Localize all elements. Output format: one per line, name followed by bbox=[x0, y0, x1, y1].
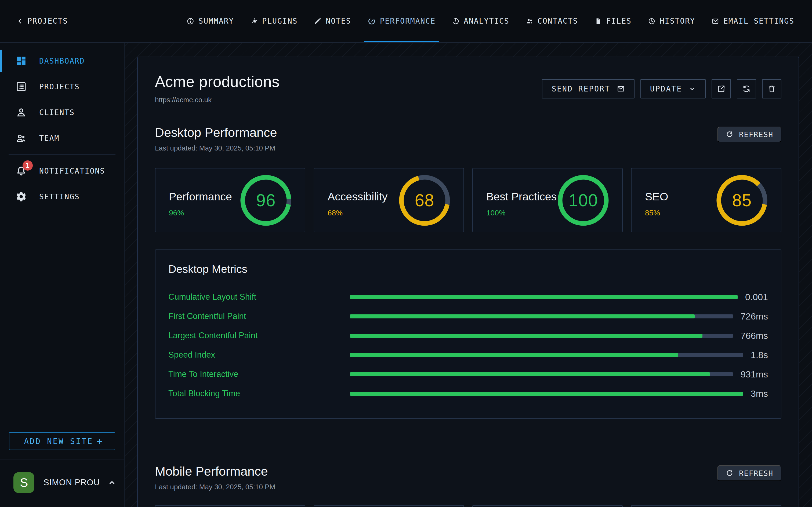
gear-icon bbox=[15, 191, 28, 202]
update-button[interactable]: UPDATE bbox=[641, 79, 706, 99]
main-panel: Acme productions https://acme.co.uk SEND… bbox=[137, 57, 799, 507]
gauge-title: Best Practices bbox=[486, 190, 557, 203]
add-new-site-label: ADD NEW SITE bbox=[21, 437, 96, 446]
mobile-last-updated: Last updated: May 30, 2025, 05:10 PM bbox=[155, 483, 275, 491]
metric-row: Time To Interactive 931ms bbox=[168, 364, 768, 384]
sidebar-item-label: DASHBOARD bbox=[39, 57, 85, 65]
gauge-percent: 85% bbox=[645, 209, 660, 217]
metric-bar: 766ms bbox=[350, 331, 768, 341]
add-new-site-button[interactable]: ADD NEW SITE + bbox=[9, 433, 115, 450]
clock-icon bbox=[648, 17, 655, 25]
tab-email-settings[interactable]: EMAIL SETTINGS bbox=[712, 0, 794, 42]
page-title: Acme productions bbox=[155, 73, 280, 91]
tab-label: SUMMARY bbox=[198, 17, 234, 25]
gauge-icon bbox=[368, 17, 376, 25]
chevron-up-icon bbox=[108, 478, 116, 487]
sidebar-item-settings[interactable]: SETTINGS bbox=[0, 184, 124, 210]
desktop-metrics-panel: Desktop Metrics Cumulative Layout Shift … bbox=[155, 249, 781, 419]
site-title-block: Acme productions https://acme.co.uk bbox=[155, 73, 280, 104]
sidebar-bottom-divider bbox=[0, 459, 124, 460]
site-header: Acme productions https://acme.co.uk SEND… bbox=[155, 73, 781, 104]
gauge-percent: 68% bbox=[327, 209, 343, 217]
sidebar-item-label: PROJECTS bbox=[39, 82, 80, 91]
site-actions: SEND REPORT UPDATE bbox=[542, 79, 781, 99]
gauge-percent: 96% bbox=[169, 209, 184, 217]
tab-history[interactable]: HISTORY bbox=[648, 0, 695, 42]
gauge-card-best-practices: Best Practices 100% 100 bbox=[472, 168, 623, 232]
mobile-refresh-button[interactable]: REFRESH bbox=[717, 465, 781, 481]
metric-value: 726ms bbox=[741, 311, 768, 322]
gauge-title: Performance bbox=[169, 190, 232, 203]
tab-label: ANALYTICS bbox=[464, 17, 509, 25]
envelope-icon bbox=[617, 85, 625, 93]
metric-bar: 3ms bbox=[350, 388, 768, 399]
projects-icon bbox=[15, 81, 28, 92]
send-report-button[interactable]: SEND REPORT bbox=[542, 79, 634, 99]
sidebar-item-label: CLIENTS bbox=[39, 108, 74, 117]
sidebar-item-dashboard[interactable]: DASHBOARD bbox=[0, 48, 124, 74]
trash-icon bbox=[767, 84, 776, 93]
tab-contacts[interactable]: CONTACTS bbox=[526, 0, 578, 42]
tab-label: PERFORMANCE bbox=[380, 17, 436, 25]
metric-row: Speed Index 1.8s bbox=[168, 345, 768, 364]
gauge-card-seo: SEO 85% 85 bbox=[631, 168, 781, 232]
sidebar-item-notifications[interactable]: 1 NOTIFICATIONS bbox=[0, 158, 124, 184]
gauge-percent: 100% bbox=[486, 209, 506, 217]
mobile-gauge-card bbox=[631, 505, 781, 507]
refresh-icon bbox=[725, 469, 733, 477]
tab-plugins[interactable]: PLUGINS bbox=[250, 0, 298, 42]
gauge-score: 96 bbox=[240, 175, 291, 226]
metric-label: Total Blocking Time bbox=[168, 389, 350, 398]
sidebar-item-clients[interactable]: CLIENTS bbox=[0, 100, 124, 125]
mobile-gauge-card bbox=[314, 505, 464, 507]
mobile-performance-header: Mobile Performance Last updated: May 30,… bbox=[155, 464, 781, 491]
metric-value: 0.001 bbox=[745, 292, 768, 302]
info-icon bbox=[187, 17, 194, 25]
metric-row: Largest Contentful Paint 766ms bbox=[168, 326, 768, 345]
sidebar-item-label: NOTIFICATIONS bbox=[39, 167, 105, 175]
tab-files[interactable]: FILES bbox=[595, 0, 631, 42]
metric-row: First Contentful Paint 726ms bbox=[168, 306, 768, 326]
metric-value: 3ms bbox=[751, 388, 768, 399]
metric-bar: 1.8s bbox=[350, 350, 768, 360]
metric-value: 766ms bbox=[741, 331, 768, 341]
tab-notes[interactable]: NOTES bbox=[314, 0, 351, 42]
tab-summary[interactable]: SUMMARY bbox=[187, 0, 234, 42]
refresh-icon bbox=[725, 130, 733, 138]
metric-value: 1.8s bbox=[751, 350, 768, 360]
tab-analytics[interactable]: ANALYTICS bbox=[452, 0, 509, 42]
desktop-performance-title-block: Desktop Performance Last updated: May 30… bbox=[155, 125, 277, 152]
file-icon bbox=[595, 17, 602, 25]
back-label: PROJECTS bbox=[28, 17, 68, 25]
mobile-gauge-card bbox=[155, 505, 305, 507]
tab-label: FILES bbox=[606, 17, 631, 25]
desktop-refresh-button[interactable]: REFRESH bbox=[717, 127, 781, 142]
metric-bar: 726ms bbox=[350, 311, 768, 322]
metric-label: Time To Interactive bbox=[168, 370, 350, 379]
user-menu[interactable]: S SIMON PROUDFO… bbox=[13, 471, 116, 494]
sidebar-item-team[interactable]: TEAM bbox=[0, 125, 124, 151]
desktop-gauges: Performance 96% 96 Accessibility 68% 68 … bbox=[155, 168, 781, 232]
back-to-projects-link[interactable]: PROJECTS bbox=[17, 0, 68, 42]
tab-label: HISTORY bbox=[660, 17, 695, 25]
sidebar-item-projects[interactable]: PROJECTS bbox=[0, 74, 124, 100]
sidebar-divider bbox=[9, 154, 115, 155]
user-name: SIMON PROUDFO… bbox=[44, 478, 99, 488]
tab-bar: SUMMARY PLUGINS NOTES PERFORMANCE ANALYT… bbox=[187, 0, 794, 42]
update-label: UPDATE bbox=[650, 84, 682, 93]
avatar: S bbox=[13, 472, 34, 493]
tab-performance[interactable]: PERFORMANCE bbox=[368, 0, 436, 42]
refresh-label: REFRESH bbox=[739, 469, 773, 477]
open-external-button[interactable] bbox=[712, 79, 731, 99]
plug-icon bbox=[250, 17, 258, 25]
sync-icon bbox=[742, 84, 751, 93]
external-link-icon bbox=[717, 84, 726, 93]
top-nav: PROJECTS SUMMARY PLUGINS NOTES PERFORMAN… bbox=[0, 0, 812, 43]
mobile-gauge-card bbox=[472, 505, 623, 507]
sidebar: DASHBOARD PROJECTS CLIENTS TEAM 1 NOTIFI… bbox=[0, 43, 124, 507]
desktop-performance-heading: Desktop Performance bbox=[155, 125, 277, 140]
delete-button[interactable] bbox=[762, 79, 781, 99]
mobile-performance-title-block: Mobile Performance Last updated: May 30,… bbox=[155, 464, 275, 491]
sync-button[interactable] bbox=[737, 79, 756, 99]
tab-label: NOTES bbox=[326, 17, 351, 25]
